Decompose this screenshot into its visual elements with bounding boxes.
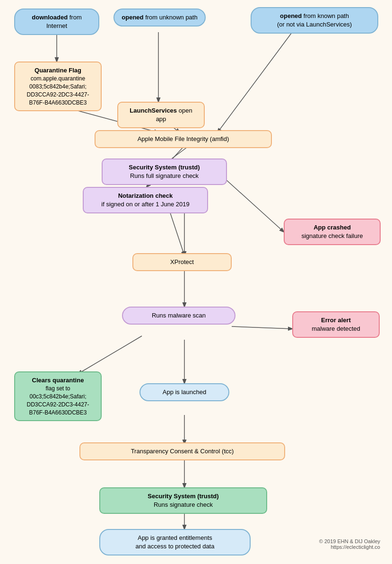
node-error-alert-body: malware detected: [299, 325, 373, 333]
node-notarization-title: Notarization check: [89, 192, 201, 200]
copyright-line1: © 2019 EHN & DIJ Oakley: [319, 538, 380, 544]
copyright-line2: https://eclecticlight.co: [319, 544, 380, 550]
node-launchservices: LaunchServices open app: [117, 102, 205, 128]
node-error-alert: Error alert malware detected: [292, 311, 380, 338]
node-clears-quarantine: Clears quarantine flag set to00c3;5c842b…: [14, 371, 102, 421]
node-clears-quarantine-body: flag set to00c3;5c842b4e;Safari;DD3CCA92…: [21, 385, 95, 416]
node-app-crashed: App crashed signature check failure: [284, 219, 381, 245]
node-amfid: Apple Mobile File Integrity (amfid): [95, 130, 272, 148]
node-trustd-title: Security System (trustd): [108, 163, 220, 172]
node-app-granted-label: App is granted entitlementsand access to…: [136, 534, 215, 550]
svg-line-9: [170, 213, 184, 256]
node-xprotect: XProtect: [132, 253, 232, 271]
svg-line-4: [218, 31, 293, 132]
node-notarization-body: if signed on or after 1 June 2019: [89, 200, 201, 209]
node-app-crashed-body: signature check failure: [290, 232, 374, 240]
node-opened-known-label: opened from known path(or not via Launch…: [277, 12, 352, 28]
node-trustd: Security System (trustd) Runs full signa…: [102, 159, 227, 185]
node-tcc-label: Transparency Consent & Control (tcc): [131, 448, 234, 455]
diagram-container: downloaded from Internet opened from unk…: [0, 0, 392, 564]
node-app-granted: App is granted entitlementsand access to…: [99, 529, 251, 555]
node-trustd2-body: Runs signature check: [106, 501, 261, 509]
node-opened-unknown-label: opened from unknown path: [122, 14, 197, 21]
node-app-launched: App is launched: [139, 383, 229, 401]
node-opened-known: opened from known path(or not via Launch…: [251, 7, 378, 34]
node-tcc: Transparency Consent & Control (tcc): [79, 442, 285, 460]
node-quarantine: Quarantine Flag com.apple.quarantine0083…: [14, 62, 102, 111]
node-error-alert-title: Error alert: [299, 316, 373, 325]
node-amfid-label: Apple Mobile File Integrity (amfid): [138, 135, 229, 142]
node-trustd2-title: Security System (trustd): [106, 492, 261, 501]
node-quarantine-body: com.apple.quarantine0083;5c842b4e;Safari…: [21, 75, 95, 106]
node-trustd-body: Runs full signature check: [108, 172, 220, 180]
node-clears-quarantine-title: Clears quarantine: [21, 376, 95, 385]
node-trustd2: Security System (trustd) Runs signature …: [99, 487, 267, 514]
node-xprotect-label: XProtect: [170, 258, 194, 265]
node-app-crashed-title: App crashed: [290, 223, 374, 232]
node-malware-scan: Runs malware scan: [122, 307, 235, 325]
svg-line-12: [78, 336, 142, 374]
node-downloaded: downloaded from Internet: [14, 9, 99, 35]
node-opened-unknown: opened from unknown path: [113, 9, 206, 26]
svg-line-7: [220, 174, 284, 232]
node-notarization: Notarization check if signed on or after…: [83, 187, 208, 213]
node-malware-scan-label: Runs malware scan: [152, 312, 206, 319]
node-app-launched-label: App is launched: [163, 388, 207, 396]
node-launchservices-label: LaunchServices open app: [130, 107, 192, 123]
copyright: © 2019 EHN & DIJ Oakley https://eclectic…: [319, 538, 380, 550]
node-quarantine-title: Quarantine Flag: [21, 66, 95, 75]
svg-line-11: [232, 326, 292, 329]
node-downloaded-label: downloaded from Internet: [32, 14, 81, 29]
